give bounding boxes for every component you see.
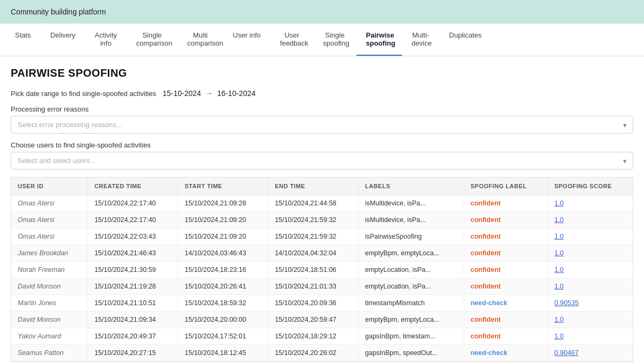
cell-spoofing-label: confident (464, 262, 547, 278)
cell-end-time: 15/10/2024,18:51:06 (268, 262, 358, 278)
col-start-time: START TIME (178, 178, 268, 195)
cell-end-time: 15/10/2024,20:26:02 (268, 345, 358, 361)
date-range-row: Pick date range to find single-spoofed a… (11, 89, 633, 98)
data-table-container: USER ID CREATED TIME START TIME END TIME… (11, 177, 633, 362)
cell-spoofing-score[interactable]: 1.0 (547, 228, 633, 245)
col-spoofing-label: SPOOFING LABEL (464, 178, 547, 195)
tabs-container: Stats Delivery Activityinfo Singlecompar… (0, 24, 644, 56)
cell-start-time: 15/10/2024,18:23:16 (178, 262, 268, 278)
cell-spoofing-score[interactable]: 1.0 (547, 262, 633, 278)
tab-stats[interactable]: Stats (5, 24, 41, 56)
cell-user-id: Yakov Aumard (11, 328, 87, 345)
cell-spoofing-label: need-check (464, 345, 547, 361)
table-row: Martin Jones 15/10/2024,21:10:51 15/10/2… (11, 295, 633, 312)
cell-labels: emptyLocation, isPa... (358, 262, 464, 278)
cell-spoofing-label: confident (464, 195, 547, 212)
cell-start-time: 15/10/2024,20:00:00 (178, 312, 268, 328)
tab-duplicates[interactable]: Duplicates (440, 24, 492, 56)
cell-spoofing-score[interactable]: 0.90535 (547, 295, 633, 312)
cell-end-time: 15/10/2024,21:59:32 (268, 228, 358, 245)
tab-pairwise-spoofing[interactable]: Pairwisespoofing (356, 24, 402, 56)
table-row: Yakov Aumard 15/10/2024,20:49:37 15/10/2… (11, 328, 633, 345)
tab-multi-comparison[interactable]: Multicomparison (178, 24, 223, 56)
error-reasons-select[interactable]: Select error processing reasons... (11, 116, 633, 134)
header-row: USER ID CREATED TIME START TIME END TIME… (11, 178, 633, 195)
cell-created-time: 15/10/2024,22:17:40 (87, 212, 178, 228)
cell-spoofing-score[interactable]: 1.0 (547, 212, 633, 228)
cell-user-id: David Monson (11, 278, 87, 295)
cell-end-time: 15/10/2024,18:29:12 (268, 328, 358, 345)
cell-user-id: Martin Jones (11, 295, 87, 312)
table-row: Omas Atersi 15/10/2024,22:17:40 15/10/20… (11, 212, 633, 228)
cell-spoofing-score[interactable]: 0.90467 (547, 345, 633, 361)
table-row: Omas Atersi 15/10/2024,22:17:40 15/10/20… (11, 195, 633, 212)
cell-labels: timestampMismatch (358, 295, 464, 312)
tab-multi-device[interactable]: Multi-device (402, 24, 440, 56)
cell-created-time: 15/10/2024,21:09:34 (87, 312, 178, 328)
cell-created-time: 15/10/2024,21:46:43 (87, 245, 178, 262)
cell-labels: isPairwiseSpoofing (358, 228, 464, 245)
cell-spoofing-score[interactable]: 1.0 (547, 278, 633, 295)
users-dropdown-wrapper: Select and select users... (11, 152, 633, 169)
cell-spoofing-label: confident (464, 212, 547, 228)
cell-end-time: 15/10/2024,21:59:32 (268, 212, 358, 228)
cell-user-id: Omas Atersi (11, 228, 87, 245)
date-end: 16-10-2024 (217, 89, 256, 98)
date-arrow: → (206, 89, 213, 98)
cell-start-time: 15/10/2024,18:12:45 (178, 345, 268, 361)
cell-end-time: 15/10/2024,21:44:58 (268, 195, 358, 212)
date-start: 15-10-2024 (163, 89, 201, 98)
cell-user-id: Norah Freeman (11, 262, 87, 278)
cell-spoofing-label: confident (464, 278, 547, 295)
tab-activity-info[interactable]: Activityinfo (85, 24, 127, 56)
cell-labels: emptyLocation, isPa... (358, 278, 464, 295)
cell-end-time: 15/10/2024,21:01:33 (268, 278, 358, 295)
table-row: David Monson 15/10/2024,21:19:28 15/10/2… (11, 278, 633, 295)
col-end-time: END TIME (268, 178, 358, 195)
cell-spoofing-label: confident (464, 328, 547, 345)
cell-labels: emptyBpm, emptyLoca... (358, 245, 464, 262)
col-created-time: CREATED TIME (87, 178, 178, 195)
tab-single-spoofing[interactable]: Singlespoofing (313, 24, 356, 56)
cell-start-time: 15/10/2024,21:09:28 (178, 195, 268, 212)
cell-start-time: 15/10/2024,21:09:20 (178, 228, 268, 245)
cell-user-id: James Brookdan (11, 245, 87, 262)
cell-created-time: 15/10/2024,21:10:51 (87, 295, 178, 312)
cell-created-time: 15/10/2024,21:19:28 (87, 278, 178, 295)
main-content: PAIRWISE SPOOFING Pick date range to fin… (0, 56, 644, 362)
cell-user-id: David Monson (11, 312, 87, 328)
cell-start-time: 15/10/2024,20:26:41 (178, 278, 268, 295)
tab-delivery[interactable]: Delivery (41, 24, 85, 56)
cell-spoofing-score[interactable]: 1.0 (547, 245, 633, 262)
cell-end-time: 15/10/2024,20:59:47 (268, 312, 358, 328)
users-select[interactable]: Select and select users... (11, 152, 633, 169)
cell-spoofing-label: confident (464, 245, 547, 262)
error-reasons-label: Processing error reasons (11, 105, 633, 113)
tab-user-info[interactable]: User info (223, 24, 270, 56)
cell-start-time: 15/10/2024,18:59:32 (178, 295, 268, 312)
cell-labels: gapsInBpm, timestam... (358, 328, 464, 345)
cell-end-time: 15/10/2024,20:09:36 (268, 295, 358, 312)
tab-user-feedback[interactable]: Userfeedback (270, 24, 313, 56)
cell-start-time: 15/10/2024,17:52:01 (178, 328, 268, 345)
cell-created-time: 15/10/2024,21:30:59 (87, 262, 178, 278)
cell-end-time: 14/10/2024,04:32:04 (268, 245, 358, 262)
date-range-label: Pick date range to find single-spoofed a… (11, 90, 156, 98)
cell-labels: isMultidevice, isPa... (358, 195, 464, 212)
table-row: Seamus Patton 15/10/2024,20:27:15 15/10/… (11, 345, 633, 361)
cell-spoofing-score[interactable]: 1.0 (547, 195, 633, 212)
col-user-id: USER ID (11, 178, 87, 195)
table-row: David Monson 15/10/2024,21:09:34 15/10/2… (11, 312, 633, 328)
error-reasons-dropdown-wrapper: Select error processing reasons... (11, 116, 633, 134)
table-row: Norah Freeman 15/10/2024,21:30:59 15/10/… (11, 262, 633, 278)
cell-spoofing-score[interactable]: 1.0 (547, 328, 633, 345)
cell-spoofing-score[interactable]: 1.0 (547, 312, 633, 328)
cell-user-id: Seamus Patton (11, 345, 87, 361)
tab-single-comparison[interactable]: Singlecomparison (127, 24, 178, 56)
cell-spoofing-label: confident (464, 228, 547, 245)
cell-created-time: 15/10/2024,20:27:15 (87, 345, 178, 361)
date-range-section: Pick date range to find single-spoofed a… (11, 89, 633, 98)
col-spoofing-score: SPOOFING SCORE (547, 178, 633, 195)
cell-labels: emptyBpm, emptyLoca... (358, 312, 464, 328)
date-range-display: 15-10-2024 → 16-10-2024 (163, 89, 255, 98)
